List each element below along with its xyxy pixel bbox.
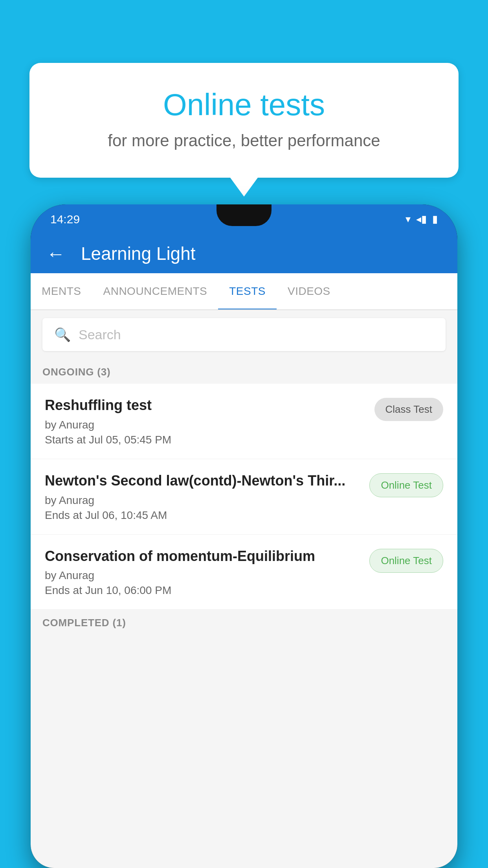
signal-icon: ◂▮ <box>416 213 427 225</box>
tab-tests[interactable]: TESTS <box>218 273 277 309</box>
phone-content: 🔍 Search ONGOING (3) Reshuffling test by… <box>31 310 457 868</box>
test-info-newtons: Newton's Second law(contd)-Newton's Thir… <box>45 472 361 522</box>
test-author-reshuffling: by Anurag <box>45 419 367 431</box>
test-info-conservation: Conservation of momentum-Equilibrium by … <box>45 547 361 597</box>
status-time: 14:29 <box>50 213 80 226</box>
test-author-conservation: by Anurag <box>45 569 361 582</box>
phone-frame: 14:29 ▾ ◂▮ ▮ ← Learning Light MENTS ANNO… <box>31 204 457 868</box>
test-title-conservation: Conservation of momentum-Equilibrium <box>45 547 361 566</box>
search-bar[interactable]: 🔍 Search <box>42 318 446 351</box>
test-badge-reshuffling: Class Test <box>374 398 443 421</box>
search-input-placeholder[interactable]: Search <box>79 327 121 342</box>
completed-section-header: COMPLETED (1) <box>31 610 457 634</box>
search-icon: 🔍 <box>54 327 71 342</box>
test-badge-newtons: Online Test <box>369 473 443 497</box>
battery-icon: ▮ <box>432 213 438 225</box>
app-bar: ← Learning Light <box>31 234 457 273</box>
wifi-icon: ▾ <box>405 213 411 225</box>
tabs-bar: MENTS ANNOUNCEMENTS TESTS VIDEOS <box>31 273 457 310</box>
tab-ments[interactable]: MENTS <box>31 273 92 309</box>
test-date-reshuffling: Starts at Jul 05, 05:45 PM <box>45 434 367 446</box>
bubble-subtitle: for more practice, better performance <box>61 131 427 150</box>
tab-videos[interactable]: VIDEOS <box>277 273 341 309</box>
test-badge-conservation: Online Test <box>369 549 443 573</box>
tab-announcements[interactable]: ANNOUNCEMENTS <box>92 273 218 309</box>
test-item-reshuffling[interactable]: Reshuffling test by Anurag Starts at Jul… <box>31 384 457 459</box>
app-title: Learning Light <box>81 243 196 264</box>
test-title-newtons: Newton's Second law(contd)-Newton's Thir… <box>45 472 361 490</box>
back-button[interactable]: ← <box>46 243 65 265</box>
status-bar: 14:29 ▾ ◂▮ ▮ <box>31 204 457 234</box>
test-item-conservation[interactable]: Conservation of momentum-Equilibrium by … <box>31 535 457 610</box>
test-title-reshuffling: Reshuffling test <box>45 396 367 415</box>
bubble-title: Online tests <box>61 86 427 123</box>
test-info-reshuffling: Reshuffling test by Anurag Starts at Jul… <box>45 396 367 446</box>
status-icons: ▾ ◂▮ ▮ <box>405 213 438 225</box>
test-date-conservation: Ends at Jun 10, 06:00 PM <box>45 584 361 597</box>
test-author-newtons: by Anurag <box>45 494 361 507</box>
test-item-newtons[interactable]: Newton's Second law(contd)-Newton's Thir… <box>31 459 457 535</box>
search-container: 🔍 Search <box>31 310 457 359</box>
speech-bubble: Online tests for more practice, better p… <box>29 63 459 178</box>
ongoing-section-header: ONGOING (3) <box>31 359 457 384</box>
notch <box>216 204 272 226</box>
test-date-newtons: Ends at Jul 06, 10:45 AM <box>45 509 361 522</box>
